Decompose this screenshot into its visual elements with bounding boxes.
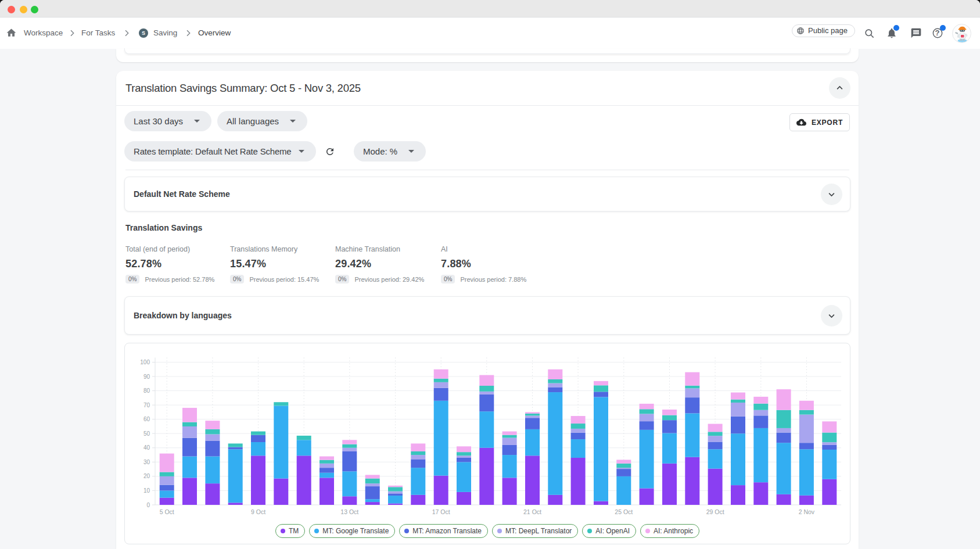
svg-text:5 Oct: 5 Oct (160, 508, 174, 515)
svg-text:0: 0 (146, 502, 150, 508)
svg-text:20: 20 (143, 473, 150, 479)
svg-text:80: 80 (143, 387, 150, 394)
svg-text:25 Oct: 25 Oct (615, 508, 633, 515)
svg-text:2 Nov: 2 Nov (799, 508, 815, 515)
svg-text:100: 100 (140, 359, 150, 365)
svg-text:9 Oct: 9 Oct (251, 508, 265, 515)
svg-text:10: 10 (143, 487, 150, 494)
svg-text:29 Oct: 29 Oct (706, 508, 724, 515)
svg-text:13 Oct: 13 Oct (340, 508, 358, 515)
svg-text:40: 40 (143, 444, 150, 451)
svg-text:70: 70 (143, 402, 150, 408)
svg-text:90: 90 (143, 374, 150, 380)
svg-text:17 Oct: 17 Oct (432, 508, 450, 515)
svg-text:60: 60 (143, 416, 150, 422)
svg-text:30: 30 (143, 459, 150, 465)
svg-text:50: 50 (143, 430, 150, 437)
svg-text:21 Oct: 21 Oct (523, 508, 541, 515)
